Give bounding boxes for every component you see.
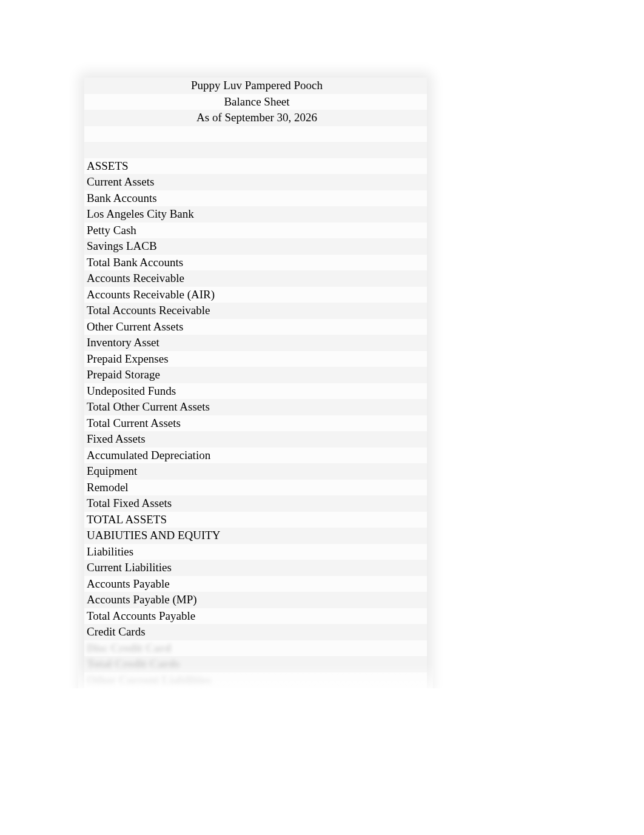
line-item-row: Current Liabilities — [84, 560, 427, 576]
line-item-label: Bank Accounts — [87, 192, 157, 204]
line-item-row: Accounts Receivable (AIR) — [84, 287, 427, 303]
line-item-label: Accumulated Depreciation — [87, 449, 210, 461]
line-item-row: Accounts Receivable — [84, 270, 427, 287]
line-item-label: UABIUTIES AND EQUITY — [87, 529, 221, 542]
line-item-row: Prepaid Expenses — [84, 351, 427, 367]
blurred-preview-region: Disc Credit Card Total Credit Cards Othe… — [84, 640, 427, 689]
line-item-label: Total Accounts Receivable — [87, 304, 210, 317]
line-item-row: Total Bank Accounts — [84, 255, 427, 271]
blank-row — [84, 126, 427, 143]
line-item-label: Fixed Assets — [87, 432, 146, 445]
line-item-row: Total Current Assets — [84, 415, 427, 432]
line-item-label: Liabilities — [87, 545, 133, 558]
line-item-label: Credit Cards — [87, 625, 146, 638]
company-name-row: Puppy Luv Pampered Pooch — [84, 78, 427, 94]
line-item-row: Undeposited Funds — [84, 383, 427, 400]
blurred-line-item: Total Credit Cards — [87, 657, 179, 670]
company-name: Puppy Luv Pampered Pooch — [191, 79, 323, 92]
blurred-line-item-row: Total Credit Cards — [84, 656, 427, 672]
line-item-row: Total Fixed Assets — [84, 495, 427, 512]
line-item-row: Petty Cash — [84, 223, 427, 239]
line-item-row: Liabilities — [84, 544, 427, 560]
line-item-label: Total Fixed Assets — [87, 497, 172, 509]
blurred-line-item: Other Current Liabilities — [87, 674, 211, 686]
line-item-label: ASSETS — [87, 159, 129, 172]
line-item-label: Accounts Payable (MP) — [87, 593, 197, 606]
line-item-row: Fixed Assets — [84, 431, 427, 448]
report-title-row: Balance Sheet — [84, 94, 427, 110]
line-item-row: Remodel — [84, 480, 427, 496]
blurred-line-item-row: Other Current Liabilities — [84, 672, 427, 689]
line-item-label: Accounts Payable — [87, 577, 170, 590]
line-item-row: Accumulated Depreciation — [84, 448, 427, 464]
line-item-row: Total Accounts Payable — [84, 608, 427, 625]
balance-sheet-document: Puppy Luv Pampered Pooch Balance Sheet A… — [84, 78, 427, 688]
line-item-label: Total Current Assets — [87, 417, 181, 429]
as-of-date: As of September 30, 2026 — [196, 111, 317, 124]
line-item-label: Accounts Receivable (AIR) — [87, 288, 215, 301]
line-item-row: Los Angeles City Bank — [84, 206, 427, 223]
blank-row — [84, 142, 427, 158]
line-item-row: Total Accounts Receivable — [84, 303, 427, 319]
report-title: Balance Sheet — [224, 95, 289, 108]
blurred-line-item: Disc Credit Card — [87, 642, 171, 654]
line-item-label: TOTAL ASSETS — [87, 513, 167, 526]
line-item-row: Inventory Asset — [84, 335, 427, 351]
line-item-row: Current Assets — [84, 174, 427, 190]
line-item-label: Prepaid Storage — [87, 368, 160, 381]
line-item-label: Accounts Receivable — [87, 272, 184, 284]
line-item-label: Los Angeles City Bank — [87, 207, 194, 220]
line-item-label: Current Assets — [87, 175, 154, 188]
line-item-row: Prepaid Storage — [84, 367, 427, 383]
line-item-row: Equipment — [84, 463, 427, 480]
line-item-row: Accounts Payable (MP) — [84, 592, 427, 608]
line-item-row: Total Other Current Assets — [84, 399, 427, 415]
blurred-line-item-row: Disc Credit Card — [84, 640, 427, 657]
line-item-label: Inventory Asset — [87, 336, 159, 349]
line-item-label: Remodel — [87, 481, 129, 494]
line-item-row: Savings LACB — [84, 238, 427, 255]
as-of-date-row: As of September 30, 2026 — [84, 110, 427, 126]
line-item-row: ASSETS — [84, 158, 427, 175]
line-item-label: Total Other Current Assets — [87, 400, 210, 413]
line-item-label: Undeposited Funds — [87, 384, 176, 397]
line-item-label: Prepaid Expenses — [87, 352, 169, 365]
line-item-row: Credit Cards — [84, 624, 427, 640]
line-item-label: Current Liabilities — [87, 561, 172, 574]
line-item-row: Bank Accounts — [84, 190, 427, 207]
line-item-label: Petty Cash — [87, 224, 136, 236]
line-item-label: Total Accounts Payable — [87, 609, 195, 622]
line-item-row: UABIUTIES AND EQUITY — [84, 528, 427, 544]
line-item-row: TOTAL ASSETS — [84, 512, 427, 528]
line-item-label: Other Current Assets — [87, 320, 183, 333]
line-item-label: Savings LACB — [87, 240, 157, 252]
line-item-label: Equipment — [87, 464, 137, 477]
line-item-row: Accounts Payable — [84, 576, 427, 592]
line-item-row: Other Current Assets — [84, 319, 427, 335]
line-item-label: Total Bank Accounts — [87, 256, 183, 269]
